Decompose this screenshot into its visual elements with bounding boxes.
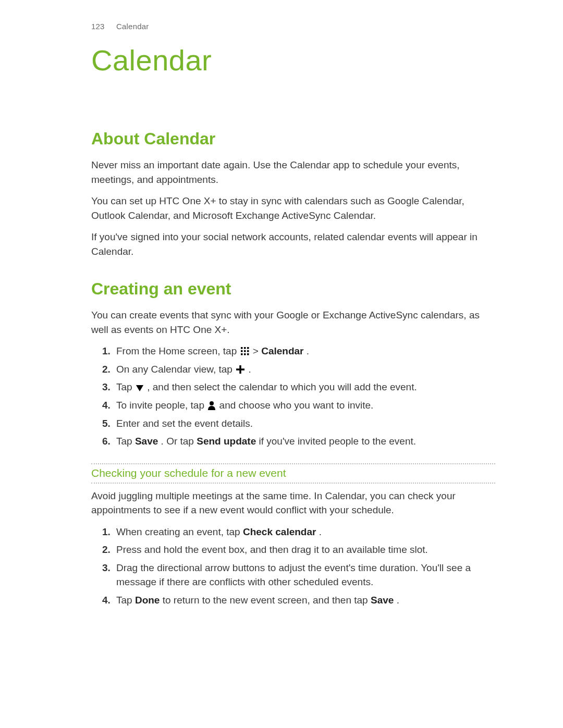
svg-rect-0 (241, 347, 243, 349)
chapter-title: Calendar (91, 43, 495, 77)
about-paragraph-3: If you've signed into your social networ… (91, 230, 495, 258)
triangle-down-icon (136, 385, 144, 392)
step-text: To invite people, tap (116, 400, 207, 411)
checking-intro: Avoid juggling multiple meetings at the … (91, 489, 495, 517)
svg-rect-7 (244, 353, 246, 355)
step-text: Tap (116, 595, 135, 606)
calendar-app-name: Calendar (261, 346, 303, 356)
about-paragraph-1: Never miss an important date again. Use … (91, 158, 495, 187)
checking-step-1: When creating an event, tap Check calend… (113, 525, 495, 539)
svg-rect-2 (247, 347, 249, 349)
document-page: 123 Calendar Calendar About Calendar Nev… (0, 0, 563, 607)
about-paragraph-2: You can set up HTC One X+ to stay in syn… (91, 194, 495, 223)
step-text: From the Home screen, tap (116, 346, 240, 356)
svg-rect-5 (247, 350, 249, 352)
step-text: Tap (116, 381, 135, 392)
step-text: Press and hold the event box, and then d… (116, 544, 428, 555)
step-text: to return to the new event screen, and t… (163, 595, 371, 606)
checking-steps-list: When creating an event, tap Check calend… (91, 525, 495, 608)
save-label: Save (135, 436, 158, 447)
subsection-heading-checking: Checking your schedule for a new event (91, 466, 495, 480)
svg-rect-3 (241, 350, 243, 352)
step-text: Drag the directional arrow buttons to ad… (116, 562, 471, 588)
step-text: . (397, 595, 399, 606)
save-label: Save (371, 595, 394, 606)
step-text: When creating an event, tap (116, 526, 243, 537)
creating-step-1: From the Home screen, tap > Calendar . (113, 344, 495, 359)
step-text: On any Calendar view, tap (116, 364, 235, 375)
running-header: 123 Calendar (91, 22, 495, 31)
step-text: Enter and set the event details. (116, 418, 253, 429)
section-heading-about: About Calendar (91, 129, 495, 149)
svg-point-12 (210, 401, 214, 405)
apps-grid-icon (240, 347, 250, 356)
header-section-name: Calendar (116, 22, 149, 31)
send-update-label: Send update (197, 436, 256, 447)
checking-step-3: Drag the directional arrow buttons to ad… (113, 561, 495, 589)
step-text: . (319, 526, 322, 537)
creating-step-4: To invite people, tap and choose who you… (113, 398, 495, 413)
page-number: 123 (91, 22, 105, 31)
creating-intro: You can create events that sync with you… (91, 308, 495, 337)
checking-step-2: Press and hold the event box, and then d… (113, 542, 495, 557)
subsection-divider: Checking your schedule for a new event (91, 463, 495, 484)
checking-step-4: Tap Done to return to the new event scre… (113, 593, 495, 608)
creating-steps-list: From the Home screen, tap > Calendar . O… (91, 344, 495, 448)
step-text: Tap (116, 436, 135, 447)
creating-step-3: Tap , and then select the calendar to wh… (113, 380, 495, 394)
svg-rect-6 (241, 353, 243, 355)
step-text: . Or tap (161, 436, 197, 447)
step-text: and choose who you want to invite. (219, 400, 374, 411)
svg-rect-10 (236, 368, 244, 371)
creating-step-5: Enter and set the event details. (113, 416, 495, 431)
person-icon (207, 401, 216, 410)
section-heading-creating: Creating an event (91, 279, 495, 299)
svg-rect-8 (247, 353, 249, 355)
svg-rect-1 (244, 347, 246, 349)
step-text: > (253, 346, 261, 356)
creating-step-2: On any Calendar view, tap . (113, 362, 495, 377)
svg-rect-4 (244, 350, 246, 352)
done-label: Done (135, 595, 160, 606)
step-text: if you've invited people to the event. (259, 436, 417, 447)
step-text: , and then select the calendar to which … (147, 381, 417, 392)
step-text: . (307, 346, 309, 356)
svg-marker-11 (136, 385, 143, 391)
step-text: . (248, 364, 251, 375)
check-calendar-label: Check calendar (243, 526, 316, 537)
plus-icon (236, 365, 245, 374)
creating-step-6: Tap Save . Or tap Send update if you've … (113, 434, 495, 449)
